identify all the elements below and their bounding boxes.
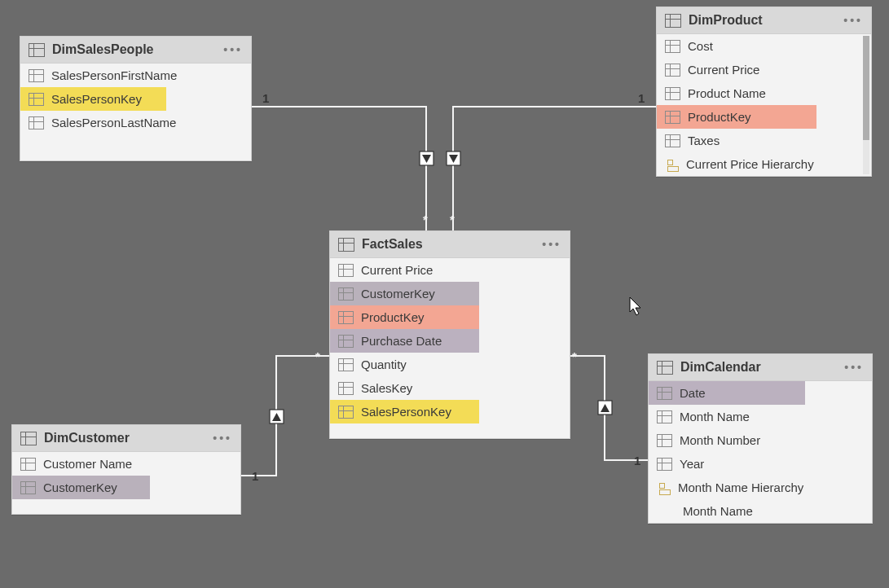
table-dimsalespeople[interactable]: DimSalesPeople ••• SalesPersonFirstName …	[20, 36, 252, 161]
hierarchy-icon	[665, 158, 680, 171]
table-icon	[338, 406, 354, 419]
field-label: SalesPersonKey	[361, 405, 451, 419]
field-label: Month Name	[680, 410, 750, 423]
scrollbar[interactable]	[863, 36, 869, 174]
table-icon	[657, 361, 673, 375]
field-row[interactable]: Month Name Hierarchy	[649, 476, 872, 499]
field-row[interactable]: SalesPersonKey	[20, 87, 166, 111]
ellipsis-icon[interactable]: •••	[844, 362, 864, 373]
field-row[interactable]: CustomerKey	[12, 476, 150, 499]
field-label: Month Name Hierarchy	[678, 480, 803, 494]
svg-text:1: 1	[252, 469, 258, 483]
table-icon	[657, 434, 672, 447]
table-dimcalendar[interactable]: DimCalendar ••• Date Month Name Month Nu…	[648, 353, 873, 524]
field-row[interactable]: Year	[649, 452, 872, 476]
field-label: SalesPersonLastName	[51, 116, 176, 129]
field-row[interactable]: SalesKey	[330, 376, 570, 400]
field-label: SalesPersonFirstName	[51, 68, 177, 82]
table-dimcustomer[interactable]: DimCustomer ••• Customer Name CustomerKe…	[11, 424, 241, 515]
table-title: DimSalesPeople	[52, 42, 154, 57]
svg-rect-12	[598, 401, 612, 415]
svg-marker-16	[630, 297, 640, 315]
table-title: DimProduct	[689, 13, 763, 28]
hierarchy-icon	[657, 481, 671, 494]
field-row[interactable]: Product Name	[657, 81, 871, 105]
table-icon	[338, 358, 354, 371]
scroll-thumb[interactable]	[863, 36, 869, 140]
svg-marker-1	[422, 155, 431, 163]
table-header[interactable]: DimCalendar •••	[649, 354, 872, 381]
table-icon	[665, 40, 680, 53]
field-row[interactable]: SalesPersonKey	[330, 400, 479, 423]
field-label: CustomerKey	[361, 287, 435, 301]
field-row[interactable]: Quantity	[330, 353, 570, 376]
table-dimproduct[interactable]: DimProduct ••• Cost Current Price Produc…	[656, 7, 872, 177]
field-row[interactable]: Taxes	[657, 129, 871, 152]
ellipsis-icon[interactable]: •••	[223, 44, 243, 55]
field-row[interactable]: Current Price	[657, 58, 871, 81]
svg-rect-8	[270, 410, 284, 423]
field-label: Current Price Hierarchy	[686, 157, 814, 171]
field-row[interactable]: Cost	[657, 34, 871, 58]
model-canvas[interactable]: 1 * 1 * 1 * 1 * DimSalesPeople ••• Sales…	[0, 0, 889, 588]
field-label: Taxes	[688, 134, 720, 147]
table-title: DimCalendar	[680, 360, 761, 375]
table-icon	[29, 116, 44, 129]
field-row[interactable]: Current Price	[330, 258, 570, 282]
field-row[interactable]: Current Price Hierarchy	[657, 152, 871, 176]
table-icon	[20, 481, 36, 494]
ellipsis-icon[interactable]: •••	[213, 432, 232, 444]
svg-marker-13	[601, 404, 610, 412]
field-label: CustomerKey	[43, 480, 117, 494]
table-header[interactable]: DimProduct •••	[657, 7, 871, 34]
field-row[interactable]: Customer Name	[12, 452, 240, 476]
table-icon	[665, 111, 680, 124]
field-row[interactable]: Purchase Date	[330, 329, 479, 353]
table-icon	[20, 432, 37, 445]
svg-text:1: 1	[634, 454, 640, 467]
table-icon	[29, 43, 45, 57]
field-row[interactable]: ProductKey	[330, 305, 479, 329]
svg-text:*: *	[572, 349, 577, 363]
table-title: FactSales	[362, 237, 423, 252]
ellipsis-icon[interactable]: •••	[542, 239, 561, 250]
field-label: Customer Name	[43, 457, 132, 471]
svg-text:*: *	[315, 349, 320, 363]
field-row[interactable]: CustomerKey	[330, 282, 479, 305]
field-label: SalesKey	[361, 381, 412, 395]
table-icon	[657, 387, 672, 400]
table-icon	[20, 458, 36, 471]
table-header[interactable]: DimSalesPeople •••	[20, 37, 251, 64]
table-icon	[665, 64, 680, 77]
field-row[interactable]: Month Name	[649, 405, 872, 428]
table-icon	[665, 134, 680, 147]
field-label: ProductKey	[688, 110, 751, 124]
field-row[interactable]: Month Number	[649, 428, 872, 452]
table-icon	[665, 14, 681, 28]
field-row[interactable]: SalesPersonFirstName	[20, 64, 251, 87]
table-icon	[29, 69, 44, 82]
field-label: Cost	[688, 39, 713, 53]
table-icon	[29, 93, 44, 106]
cursor-icon	[629, 297, 644, 317]
field-label: Current Price	[688, 63, 759, 77]
svg-text:*: *	[423, 213, 428, 226]
field-row[interactable]: SalesPersonLastName	[20, 111, 251, 134]
field-row[interactable]: Month Name	[649, 499, 872, 523]
table-icon	[338, 382, 354, 395]
svg-rect-4	[447, 151, 460, 165]
svg-marker-9	[272, 413, 281, 421]
table-icon	[338, 311, 354, 324]
table-icon	[338, 335, 354, 348]
table-header[interactable]: DimCustomer •••	[12, 425, 240, 452]
table-title: DimCustomer	[44, 431, 130, 445]
field-label: Quantity	[361, 358, 407, 371]
table-factsales[interactable]: FactSales ••• Current Price CustomerKey …	[329, 230, 570, 439]
svg-text:1: 1	[262, 91, 269, 105]
ellipsis-icon[interactable]: •••	[843, 15, 863, 26]
field-label: Year	[680, 457, 704, 471]
table-icon	[338, 238, 354, 252]
field-row[interactable]: Date	[649, 381, 805, 405]
field-row[interactable]: ProductKey	[657, 105, 816, 129]
table-header[interactable]: FactSales •••	[330, 231, 570, 258]
